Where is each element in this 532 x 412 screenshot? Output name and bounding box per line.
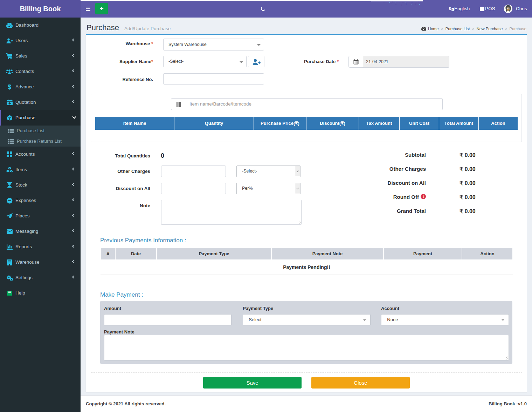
svg-text:文: 文: [449, 7, 451, 9]
svg-text:A: A: [452, 9, 454, 11]
